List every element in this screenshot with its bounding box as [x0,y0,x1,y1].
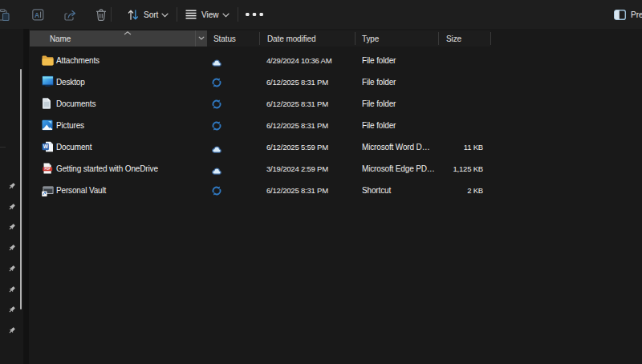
svg-text:A: A [35,11,39,19]
svg-text:PDF: PDF [45,168,51,171]
svg-text:W: W [43,144,49,149]
